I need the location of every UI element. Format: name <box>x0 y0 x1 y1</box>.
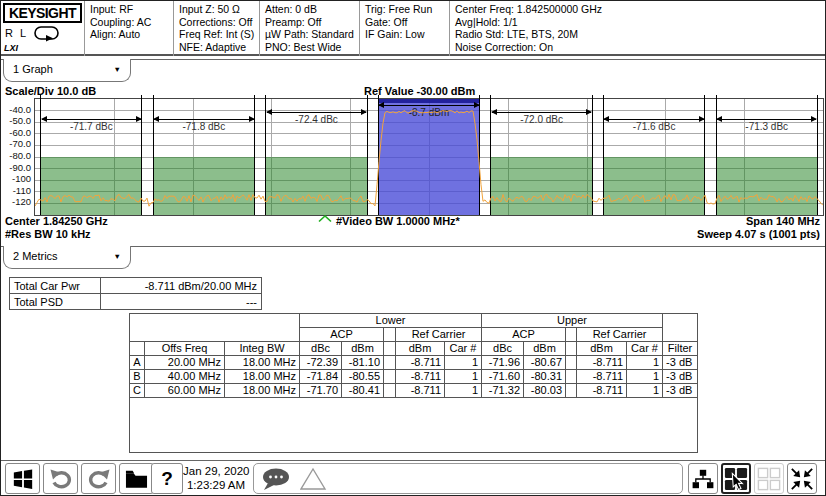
spectrum-plot[interactable]: -71.7 dBc-71.8 dBc-72.4 dBc-8.7 dBm-72.0… <box>34 98 824 216</box>
header-info-line: Center Freq: 1.842500000 GHz <box>455 3 826 16</box>
header-info-col: Trig: Free RunGate: OffIF Gain: Low <box>359 1 449 56</box>
y-axis-tick-label: -90.0 <box>1 162 31 173</box>
continuous-sweep-icon <box>33 25 61 43</box>
window-layout-button[interactable] <box>754 463 784 494</box>
channel-boundary-line <box>704 95 705 215</box>
acp-cell: 1 <box>627 384 663 398</box>
home-button[interactable] <box>5 463 40 494</box>
redo-button[interactable] <box>81 463 116 494</box>
acp-cell: -8.711 <box>577 356 627 370</box>
sweep-label: Sweep 4.07 s (1001 pts) <box>697 228 820 240</box>
message-status-area[interactable] <box>253 463 683 494</box>
acp-results-table: LowerUpperACPRef CarrierACPRef CarrierOf… <box>129 313 698 398</box>
acp-cell: 18.00 MHz <box>225 384 300 398</box>
acp-cell: -71.60 <box>482 370 524 384</box>
acp-spacer <box>384 328 396 342</box>
node-tree-icon <box>691 468 715 490</box>
file-button[interactable] <box>119 463 154 494</box>
acp-col-header: dBc <box>482 342 524 356</box>
span-label: Span 140 MHz <box>746 215 820 227</box>
acp-cell: -8.711 <box>396 384 445 398</box>
redo-icon <box>87 468 111 490</box>
header-info-col: Center Freq: 1.842500000 GHzAvg|Hold: 1/… <box>449 1 826 56</box>
acp-cell: -8.711 <box>577 384 627 398</box>
center-freq-label: Center 1.84250 GHz <box>5 215 108 227</box>
acp-cell: -80.03 <box>524 384 566 398</box>
datetime-display: Jan 29, 2020 1:23:29 AM <box>183 465 249 492</box>
header-info-col: Atten: 0 dBPreamp: OffµW Path: StandardP… <box>259 1 359 56</box>
acp-row: A20.00 MHz18.00 MHz-72.39-81.10-8.7111-7… <box>130 356 698 370</box>
channel-width-arrow <box>267 112 366 113</box>
acp-cell: 1 <box>445 356 482 370</box>
windows-icon <box>12 468 34 490</box>
lxi-logo: LXI <box>4 43 18 53</box>
mode-indicator: R L <box>5 27 28 39</box>
y-axis-tick-label: -110 <box>1 185 31 196</box>
acp-cell <box>384 370 396 384</box>
header-info-line: NFE: Adaptive <box>179 41 259 54</box>
offset-power-label: -71.8 dBc <box>153 121 254 132</box>
undo-button[interactable] <box>43 463 78 494</box>
acp-col-header: Integ BW <box>225 342 300 356</box>
y-axis-tick-label: -50.0 <box>1 115 31 126</box>
y-axis-tick-label: -100 <box>1 173 31 184</box>
sequence-setup-button[interactable] <box>688 463 718 494</box>
header-info-line: Avg|Hold: 1/1 <box>455 16 826 29</box>
acp-row: C60.00 MHz18.00 MHz-71.70-80.41-8.7111-7… <box>130 384 698 398</box>
acp-cell: 60.00 MHz <box>145 384 225 398</box>
acp-cell: B <box>130 370 145 384</box>
limit-region <box>491 157 592 215</box>
limit-region <box>266 157 367 215</box>
header-info-line: Trig: Free Run <box>365 3 449 16</box>
limit-region <box>153 157 254 215</box>
channel-width-arrow <box>379 105 478 106</box>
header-info-line: Radio Std: LTE, BTS, 20M <box>455 28 826 41</box>
header-info-line: Corrections: Off <box>179 16 259 29</box>
limit-region <box>603 157 704 215</box>
acp-cell: -80.41 <box>342 384 384 398</box>
help-button[interactable]: ? <box>151 463 183 494</box>
acp-table-empty-area <box>129 397 698 453</box>
limit-region <box>41 157 142 215</box>
acp-cell: -8.711 <box>396 370 445 384</box>
acp-cell: -8.711 <box>396 356 445 370</box>
acp-subgroup-acp: ACP <box>482 328 566 342</box>
offset-power-label: -71.7 dBc <box>41 121 142 132</box>
scale-div-label: Scale/Div 10.0 dB <box>5 85 96 97</box>
channel-boundary-line <box>141 95 142 215</box>
acp-cell: -8.711 <box>577 370 627 384</box>
acp-cell: -80.31 <box>524 370 566 384</box>
acp-col-header: dBm <box>577 342 627 356</box>
acp-cell: 1 <box>445 370 482 384</box>
acp-subgroup-refcarrier: Ref Carrier <box>396 328 482 342</box>
offset-power-label: -72.0 dBc <box>491 114 592 125</box>
acp-blank-header <box>130 314 300 342</box>
acp-cell: -71.32 <box>482 384 524 398</box>
offset-power-label: -72.4 dBc <box>266 114 367 125</box>
metrics-selector-dropdown[interactable]: 2 Metrics ▼ <box>3 246 131 269</box>
ref-value-label: Ref Value -30.00 dBm <box>364 85 475 97</box>
graph-selector-label: 1 Graph <box>13 63 53 75</box>
acp-cell: -71.96 <box>482 356 524 370</box>
grid-icon <box>757 467 781 491</box>
acp-col-header <box>384 342 396 356</box>
metric-label: Total Car Pwr <box>10 278 101 294</box>
metrics-selector-label: 2 Metrics <box>13 250 58 262</box>
keysight-logo: KEYSIGHT <box>3 3 82 23</box>
channel-boundary-line <box>603 95 604 215</box>
channel-boundary-line <box>817 95 818 215</box>
acp-col-header: dBm <box>524 342 566 356</box>
window-select-button[interactable] <box>721 463 751 494</box>
acp-cell <box>566 356 577 370</box>
carrier-top-band <box>378 99 479 103</box>
trace-marker-caret-icon <box>318 215 332 223</box>
header-info-col: Input Z: 50 ΩCorrections: OffFreq Ref: I… <box>173 1 259 56</box>
res-bw-label: #Res BW 10 kHz <box>5 228 91 240</box>
header-info-line: Freq Ref: Int (S) <box>179 28 259 41</box>
channel-width-arrow <box>717 119 816 120</box>
collapse-view-button[interactable] <box>787 463 817 494</box>
graph-selector-dropdown[interactable]: 1 Graph ▼ <box>3 59 131 82</box>
acp-row: B40.00 MHz18.00 MHz-71.84-80.55-8.7111-7… <box>130 370 698 384</box>
channel-width-arrow <box>492 112 591 113</box>
acp-cell: 40.00 MHz <box>145 370 225 384</box>
